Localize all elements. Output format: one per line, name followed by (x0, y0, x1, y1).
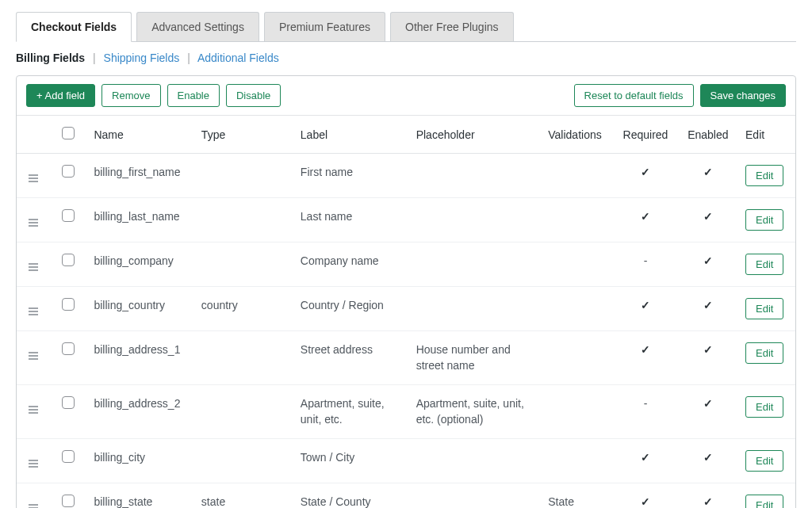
field-name: billing_state (86, 483, 193, 508)
disable-button[interactable]: Disable (226, 84, 281, 107)
check-icon (703, 299, 713, 311)
col-header-type: Type (193, 116, 293, 154)
field-type (193, 385, 293, 439)
edit-button[interactable]: Edit (745, 165, 783, 186)
check-icon (703, 254, 713, 267)
table-row: billing_last_nameLast nameEdit (17, 198, 795, 243)
field-label: Country / Region (293, 287, 408, 331)
check-icon (641, 343, 650, 356)
separator: | (182, 52, 195, 64)
table-row: billing_cityTown / CityEdit (17, 439, 795, 483)
drag-handle-icon[interactable] (29, 219, 38, 227)
row-checkbox[interactable] (62, 165, 75, 178)
field-label: First name (293, 154, 408, 198)
drag-handle-icon[interactable] (29, 263, 38, 271)
tab-checkout-fields[interactable]: Checkout Fields (16, 12, 132, 42)
field-placeholder: Apartment, suite, unit, etc. (optional) (408, 385, 541, 439)
subtab-additional-fields[interactable]: Additional Fields (197, 52, 279, 64)
edit-button[interactable]: Edit (745, 209, 783, 231)
col-header-edit: Edit (737, 116, 795, 154)
edit-button[interactable]: Edit (745, 396, 783, 418)
field-validations (540, 243, 612, 287)
row-checkbox[interactable] (62, 495, 75, 507)
field-name: billing_address_1 (86, 331, 193, 385)
field-label: State / County (293, 483, 408, 508)
reset-button[interactable]: Reset to default fields (574, 84, 694, 107)
edit-button[interactable]: Edit (745, 342, 783, 364)
edit-button[interactable]: Edit (745, 450, 783, 472)
field-validations: State (540, 483, 612, 508)
tab-premium-features[interactable]: Premium Features (264, 12, 385, 41)
row-checkbox[interactable] (62, 396, 75, 409)
subtab-shipping-fields[interactable]: Shipping Fields (104, 52, 180, 64)
check-icon (641, 210, 650, 223)
field-validations (540, 154, 612, 198)
add-field-button[interactable]: + Add field (26, 84, 95, 107)
table-row: billing_companyCompany nameEdit (17, 243, 795, 287)
dash-icon (644, 254, 648, 267)
drag-handle-icon[interactable] (29, 504, 38, 508)
field-placeholder (408, 287, 541, 331)
row-checkbox[interactable] (62, 254, 75, 266)
fields-panel: + Add field Remove Enable Disable Reset … (16, 75, 796, 508)
drag-handle-icon[interactable] (29, 406, 38, 414)
row-checkbox[interactable] (62, 450, 75, 463)
drag-handle-icon[interactable] (29, 307, 38, 315)
field-validations (540, 287, 612, 331)
check-icon (703, 166, 713, 178)
row-checkbox[interactable] (62, 209, 75, 222)
field-validations (540, 439, 612, 483)
select-all-checkbox[interactable] (62, 127, 75, 139)
field-validations (540, 198, 612, 243)
separator: | (88, 52, 101, 64)
field-label: Apartment, suite, unit, etc. (293, 385, 408, 439)
check-icon (641, 451, 650, 464)
check-icon (703, 397, 713, 410)
field-validations (540, 331, 612, 385)
field-name: billing_city (86, 439, 193, 483)
tab-advanced-settings[interactable]: Advanced Settings (136, 12, 259, 41)
table-row: billing_address_2Apartment, suite, unit,… (17, 385, 795, 439)
check-icon (703, 343, 713, 356)
field-name: billing_company (86, 243, 193, 287)
field-label: Company name (293, 243, 408, 287)
field-placeholder (408, 439, 541, 483)
field-label: Street address (293, 331, 408, 385)
check-icon (703, 451, 713, 464)
field-placeholder: House number and street name (408, 331, 541, 385)
subtab-billing-fields[interactable]: Billing Fields (16, 52, 85, 64)
row-checkbox[interactable] (62, 298, 75, 311)
check-icon (641, 166, 650, 178)
save-button[interactable]: Save changes (700, 84, 786, 107)
edit-button[interactable]: Edit (745, 495, 783, 508)
field-name: billing_address_2 (86, 385, 193, 439)
row-checkbox[interactable] (62, 342, 75, 355)
edit-button[interactable]: Edit (745, 254, 783, 275)
tab-other-free-plugins[interactable]: Other Free Plugins (390, 12, 514, 41)
table-row: billing_countrycountryCountry / RegionEd… (17, 287, 795, 331)
edit-button[interactable]: Edit (745, 298, 783, 319)
col-header-required: Required (612, 116, 678, 154)
col-header-name: Name (86, 116, 193, 154)
drag-handle-icon[interactable] (29, 174, 38, 182)
remove-button[interactable]: Remove (102, 84, 160, 107)
enable-button[interactable]: Enable (167, 84, 220, 107)
field-type (193, 331, 293, 385)
field-placeholder (408, 154, 541, 198)
table-row: billing_statestateState / CountyStateEdi… (17, 483, 795, 508)
sub-tabs: Billing Fields | Shipping Fields | Addit… (16, 42, 796, 75)
col-header-enabled: Enabled (679, 116, 737, 154)
field-placeholder (408, 483, 541, 508)
check-icon (703, 495, 713, 508)
drag-handle-icon[interactable] (29, 352, 38, 360)
field-validations (540, 385, 612, 439)
col-header-placeholder: Placeholder (408, 116, 541, 154)
check-icon (703, 210, 713, 223)
field-type: country (193, 287, 293, 331)
check-icon (641, 495, 650, 508)
field-name: billing_first_name (86, 154, 193, 198)
drag-handle-icon[interactable] (29, 460, 38, 468)
field-label: Last name (293, 198, 408, 243)
field-type (193, 198, 293, 243)
field-name: billing_country (86, 287, 193, 331)
